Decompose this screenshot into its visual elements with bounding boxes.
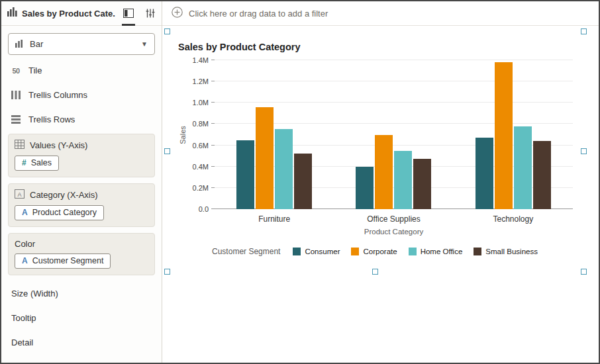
settings-sliders-button[interactable] <box>142 1 159 26</box>
legend-item[interactable]: Small Business <box>474 248 538 255</box>
section-label: Category (X-Axis) <box>30 190 98 200</box>
canvas[interactable]: Sales by Product Category Sales 0.00.2M0… <box>162 26 599 363</box>
chevron-down-icon: ▼ <box>141 40 148 48</box>
grammar-body: Bar ▼ 50 Tile Trellis Columns Trellis Ro… <box>1 26 162 363</box>
selection-handle-bottom-left[interactable] <box>164 269 170 275</box>
drop-target-label: Tile <box>28 66 42 75</box>
chart-title: Sales by Product Category <box>177 42 573 52</box>
selection-handle-top-left[interactable] <box>164 28 170 34</box>
plot-area <box>215 60 573 209</box>
selection-handle-bottom-right[interactable] <box>581 269 587 275</box>
legend-title: Customer Segment <box>212 247 280 256</box>
y-axis-title: Sales <box>177 60 188 209</box>
tile-icon: 50 <box>10 67 22 75</box>
y-tick-label: 0.2M <box>193 184 209 192</box>
bar-corporate[interactable] <box>375 135 393 210</box>
legend-swatch <box>351 248 359 255</box>
selection-handle-mid-right[interactable] <box>581 148 587 154</box>
filter-bar[interactable]: Click here or drag data to add a filter <box>162 1 599 26</box>
main-area: Click here or drag data to add a filter … <box>162 1 599 363</box>
grammar-tab-button[interactable] <box>120 1 137 26</box>
legend: Customer Segment ConsumerCorporateHome O… <box>177 247 573 256</box>
pill-customer-segment[interactable]: A Customer Segment <box>15 253 111 269</box>
measure-hash-icon: # <box>22 158 26 167</box>
bar-group <box>334 60 453 209</box>
legend-label: Corporate <box>363 248 397 255</box>
legend-label: Small Business <box>485 248 538 255</box>
pill-product-category[interactable]: A Product Category <box>15 205 104 220</box>
drop-target-detail[interactable]: Detail <box>8 330 155 355</box>
pill-label: Product Category <box>32 208 97 217</box>
bar-consumer[interactable] <box>356 167 374 209</box>
bar-home-office[interactable] <box>394 151 412 209</box>
drop-target-label: Detail <box>11 338 33 347</box>
x-category-label: Furniture <box>215 209 334 224</box>
grammar-panel: Sales by Product Cate... Bar ▼ 50 Tile <box>1 1 162 363</box>
bar-corporate[interactable] <box>256 107 274 209</box>
section-label: Values (Y-Axis) <box>30 140 87 150</box>
drop-target-label: Tooltip <box>11 313 36 323</box>
bar-small-business[interactable] <box>533 141 551 209</box>
x-category-label: Technology <box>454 209 573 224</box>
x-category-label: Office Supplies <box>334 209 453 224</box>
pill-label: Sales <box>31 158 52 167</box>
drop-target-trellis-columns[interactable]: Trellis Columns <box>8 83 155 107</box>
legend-swatch <box>409 248 417 255</box>
y-tick-label: 1.2M <box>193 77 209 85</box>
chart-type-dropdown[interactable]: Bar ▼ <box>8 33 155 55</box>
y-tick-label: 1.4M <box>193 56 209 64</box>
attribute-a-icon: A <box>22 256 28 265</box>
bar-home-office[interactable] <box>275 129 293 209</box>
selection-handle-top-right[interactable] <box>581 28 587 34</box>
chart: Sales 0.00.2M0.4M0.6M0.8M1.0M1.2M1.4M <box>177 60 573 209</box>
drop-target-label: Trellis Rows <box>28 114 75 124</box>
legend-swatch <box>293 248 301 255</box>
y-axis-ticks: 0.00.2M0.4M0.6M0.8M1.0M1.2M1.4M <box>188 60 215 209</box>
drop-target-tile[interactable]: 50 Tile <box>8 58 155 83</box>
legend-item[interactable]: Consumer <box>293 248 340 255</box>
legend-item[interactable]: Corporate <box>351 248 397 255</box>
legend-label: Home Office <box>421 248 463 255</box>
legend-items: ConsumerCorporateHome OfficeSmall Busine… <box>293 248 538 255</box>
bar-type-icon <box>15 38 24 50</box>
section-category-x-axis[interactable]: A Category (X-Axis) A Product Category <box>8 183 155 227</box>
bar-corporate[interactable] <box>495 62 513 209</box>
x-labels: FurnitureOffice SuppliesTechnology <box>215 209 573 224</box>
selection-handle-mid-left[interactable] <box>164 148 170 154</box>
pill-sales-measure[interactable]: # Sales <box>15 156 59 171</box>
attribute-a-icon: A <box>22 208 28 217</box>
section-values-y-axis[interactable]: Values (Y-Axis) # Sales <box>8 134 155 177</box>
drop-target-label: Trellis Columns <box>28 90 87 100</box>
section-color[interactable]: Color A Customer Segment <box>8 233 155 275</box>
bar-group <box>454 60 573 209</box>
y-tick-label: 0.6M <box>193 142 209 150</box>
legend-item[interactable]: Home Office <box>409 248 463 255</box>
bar-consumer[interactable] <box>236 140 254 209</box>
bar-small-business[interactable] <box>294 154 312 209</box>
y-tick-label: 0.8M <box>193 120 209 128</box>
plus-circle-icon <box>172 7 183 20</box>
trellis-columns-icon <box>10 91 22 99</box>
y-tick-label: 1.0M <box>193 99 209 107</box>
viz-title-truncated: Sales by Product Cate... <box>22 9 115 19</box>
legend-swatch <box>474 248 481 255</box>
bar-home-office[interactable] <box>514 126 532 209</box>
selection-handle-bottom-center[interactable] <box>372 269 378 275</box>
bar-groups <box>215 60 573 209</box>
bar-chart-icon <box>7 7 17 19</box>
section-label: Color <box>15 239 35 249</box>
bar-chart-visualization[interactable]: Sales by Product Category Sales 0.00.2M0… <box>168 32 583 271</box>
viz-header: Sales by Product Cate... <box>1 1 162 26</box>
drop-target-tooltip[interactable]: Tooltip <box>8 306 155 330</box>
drop-target-filters[interactable]: Filters <box>8 355 155 363</box>
bar-consumer[interactable] <box>475 138 493 209</box>
attribute-box-icon: A <box>15 189 25 201</box>
bar-small-business[interactable] <box>413 159 431 209</box>
bar-group <box>215 60 334 209</box>
drop-target-size-width[interactable]: Size (Width) <box>8 281 155 306</box>
chart-type-value: Bar <box>30 39 43 49</box>
drop-target-trellis-rows[interactable]: Trellis Rows <box>8 107 155 132</box>
drop-target-label: Size (Width) <box>11 289 58 298</box>
app-window: Sales by Product Cate... Bar ▼ 50 Tile <box>0 0 600 364</box>
filter-hint-text: Click here or drag data to add a filter <box>189 9 328 19</box>
